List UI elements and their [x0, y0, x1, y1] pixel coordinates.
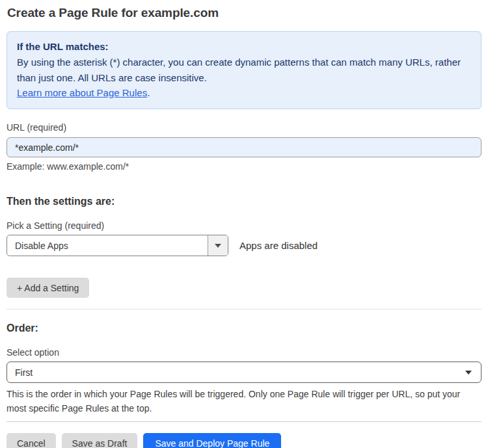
page-title: Create a Page Rule for example.com [7, 6, 481, 20]
url-field-label: URL (required) [7, 122, 481, 133]
setting-row: Disable Apps Apps are disabled [7, 235, 481, 256]
info-box-link-line: Learn more about Page Rules. [17, 85, 470, 100]
info-box-body: By using the asterisk (*) character, you… [17, 55, 466, 85]
setting-select[interactable]: Disable Apps [7, 235, 228, 256]
chevron-down-icon [208, 235, 228, 256]
chevron-down-icon [465, 371, 472, 375]
pick-setting-label: Pick a Setting (required) [7, 220, 481, 231]
footer-divider [7, 421, 481, 422]
order-select-value: First [15, 367, 33, 378]
order-helper-text: This is the order in which your Page Rul… [7, 388, 481, 415]
order-section-heading: Order: [7, 323, 481, 334]
order-select[interactable]: First [7, 362, 481, 383]
info-box-heading: If the URL matches: [17, 39, 470, 54]
section-divider [7, 309, 481, 310]
setting-status-text: Apps are disabled [239, 240, 318, 251]
link-period: . [147, 87, 150, 98]
learn-more-page-rules-link[interactable]: Learn more about Page Rules [17, 87, 147, 98]
url-input[interactable] [7, 137, 481, 157]
footer-actions: Cancel Save as Draft Save and Deploy Pag… [7, 433, 481, 448]
url-match-info-box: If the URL matches: By using the asteris… [7, 31, 481, 109]
caret-glyph [215, 244, 221, 248]
save-and-deploy-button[interactable]: Save and Deploy Page Rule [143, 433, 281, 448]
setting-select-value: Disable Apps [7, 241, 68, 251]
url-example-helper: Example: www.example.com/* [7, 161, 481, 172]
cancel-button[interactable]: Cancel [7, 433, 56, 448]
create-page-rule-panel: Create a Page Rule for example.com If th… [0, 0, 488, 448]
add-setting-button[interactable]: + Add a Setting [7, 278, 89, 298]
save-as-draft-button[interactable]: Save as Draft [62, 433, 138, 448]
select-option-label: Select option [7, 347, 481, 358]
settings-section-heading: Then the settings are: [7, 196, 481, 207]
